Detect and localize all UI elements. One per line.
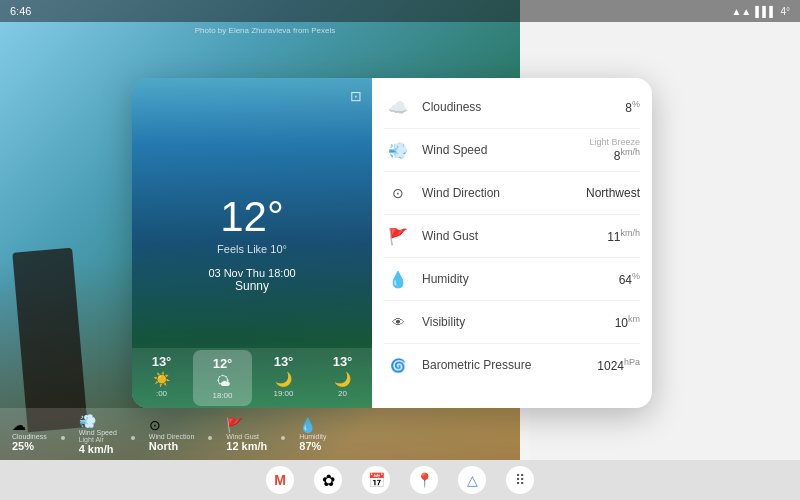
strip-cloud-icon: ☁ [12, 417, 26, 433]
hour-time-2: 18:00 [212, 391, 232, 400]
wind-direction-label: Wind Direction [422, 186, 576, 200]
wind-direction-icon: ⊙ [384, 179, 412, 207]
widget-temperature: 12° [220, 193, 284, 241]
strip-humidity: 💧 Humidity 87% [299, 417, 326, 452]
humidity-label: Humidity [422, 272, 609, 286]
detail-wind-direction: ⊙ Wind Direction Northwest [384, 172, 640, 215]
strip-wind-label: Wind Speed [79, 429, 117, 436]
visibility-label: Visibility [422, 315, 605, 329]
detail-wind-speed: 💨 Wind Speed Light Breeze 8km/h [384, 129, 640, 172]
strip-cloudiness: ☁ Cloudiness 25% [12, 417, 47, 452]
detail-wind-gust: 🚩 Wind Gust 11km/h [384, 215, 640, 258]
strip-sep-1 [61, 436, 65, 440]
cloudiness-icon: ☁️ [384, 93, 412, 121]
strip-hum-value: 87% [299, 440, 321, 452]
widget-feels-like: Feels Like 10° [217, 243, 287, 255]
wind-speed-value: Light Breeze 8km/h [589, 137, 640, 163]
strip-gust-icon: 🚩 [226, 417, 243, 433]
wind-gust-label: Wind Gust [422, 229, 597, 243]
hour-icon-4: 🌙 [334, 371, 351, 387]
hour-icon-2: 🌤 [216, 373, 230, 389]
strip-gust-value: 12 km/h [226, 440, 267, 452]
wifi-icon: ▲▲ [731, 6, 751, 17]
detail-cloudiness: ☁️ Cloudiness 8% [384, 86, 640, 129]
strip-cloud-value: 25% [12, 440, 34, 452]
cloudiness-label: Cloudiness [422, 100, 615, 114]
photo-credit: Photo by Elena Zhuravleva from Pexels [195, 26, 336, 35]
status-bar: 6:46 ▲▲ ▌▌▌ 4° [0, 0, 800, 22]
visibility-value: 10km [615, 314, 640, 330]
wind-gust-value: 11km/h [607, 228, 640, 244]
wind-speed-label: Wind Speed [422, 143, 579, 157]
strip-dir-value: North [149, 440, 178, 452]
strip-sep-4 [281, 436, 285, 440]
cloudiness-value: 8% [625, 99, 640, 115]
strip-dir-icon: ⊙ [149, 417, 161, 433]
strip-sep-3 [208, 436, 212, 440]
detail-humidity: 💧 Humidity 64% [384, 258, 640, 301]
strip-cloud-label: Cloudiness [12, 433, 47, 440]
photos-icon[interactable]: ✿ [314, 466, 342, 494]
hour-item-1[interactable]: 13° ☀️ :00 [132, 348, 191, 408]
expand-icon[interactable]: ⊡ [350, 88, 362, 104]
widget-condition: Sunny [235, 279, 269, 293]
signal-icon: ▌▌▌ [755, 6, 776, 17]
visibility-icon: 👁 [384, 308, 412, 336]
humidity-value: 64% [619, 271, 640, 287]
gmail-icon[interactable]: M [266, 466, 294, 494]
weather-modal: ⊡ 12° Feels Like 10° 03 Nov Thu 18:00 Su… [132, 78, 652, 408]
strip-wind-value: 4 km/h [79, 443, 114, 455]
strip-wind-speed: 💨 Wind Speed Light Air 4 km/h [79, 413, 117, 455]
pressure-label: Barometric Pressure [422, 358, 587, 372]
hourly-forecast-row: 13° ☀️ :00 12° 🌤 18:00 13° 🌙 19:00 13° 🌙… [132, 348, 372, 408]
drive-icon[interactable]: △ [458, 466, 486, 494]
battery-level: 4° [780, 6, 790, 17]
weather-widget-left: ⊡ 12° Feels Like 10° 03 Nov Thu 18:00 Su… [132, 78, 372, 408]
status-time: 6:46 [10, 5, 31, 17]
navigation-bar: M ✿ 📅 📍 △ ⠿ [0, 460, 800, 500]
humidity-icon: 💧 [384, 265, 412, 293]
hour-item-3[interactable]: 13° 🌙 19:00 [254, 348, 313, 408]
apps-icon[interactable]: ⠿ [506, 466, 534, 494]
hour-time-1: :00 [156, 389, 167, 398]
status-icons: ▲▲ ▌▌▌ 4° [731, 6, 790, 17]
strip-sep-2 [131, 436, 135, 440]
strip-wind-icon: 💨 [79, 413, 96, 429]
wind-gust-icon: 🚩 [384, 222, 412, 250]
widget-datetime: 03 Nov Thu 18:00 [208, 267, 295, 279]
hour-item-4[interactable]: 13° 🌙 20 [313, 348, 372, 408]
strip-hum-icon: 💧 [299, 417, 316, 433]
pressure-icon: 🌀 [384, 351, 412, 379]
calendar-icon[interactable]: 📅 [362, 466, 390, 494]
hour-time-3: 19:00 [273, 389, 293, 398]
strip-gust: 🚩 Wind Gust 12 km/h [226, 417, 267, 452]
wind-direction-value: Northwest [586, 186, 640, 200]
maps-icon[interactable]: 📍 [410, 466, 438, 494]
strip-hum-label: Humidity [299, 433, 326, 440]
hour-temp-4: 13° [333, 354, 353, 369]
pressure-value: 1024hPa [597, 357, 640, 373]
weather-details-panel: ☁️ Cloudiness 8% 💨 Wind Speed Light Bree… [372, 78, 652, 408]
wind-speed-icon: 💨 [384, 136, 412, 164]
strip-wind-sublabel: Light Air [79, 436, 104, 443]
hour-icon-3: 🌙 [275, 371, 292, 387]
detail-pressure: 🌀 Barometric Pressure 1024hPa [384, 344, 640, 386]
strip-dir-label: Wind Direction [149, 433, 195, 440]
detail-visibility: 👁 Visibility 10km [384, 301, 640, 344]
hour-item-2[interactable]: 12° 🌤 18:00 [193, 350, 252, 406]
hour-temp-1: 13° [152, 354, 172, 369]
bottom-weather-strip: ☁ Cloudiness 25% 💨 Wind Speed Light Air … [0, 408, 530, 460]
hour-temp-2: 12° [213, 356, 233, 371]
hour-temp-3: 13° [274, 354, 294, 369]
hour-time-4: 20 [338, 389, 347, 398]
strip-gust-label: Wind Gust [226, 433, 259, 440]
strip-wind-dir: ⊙ Wind Direction North [149, 417, 195, 452]
hour-icon-1: ☀️ [153, 371, 170, 387]
